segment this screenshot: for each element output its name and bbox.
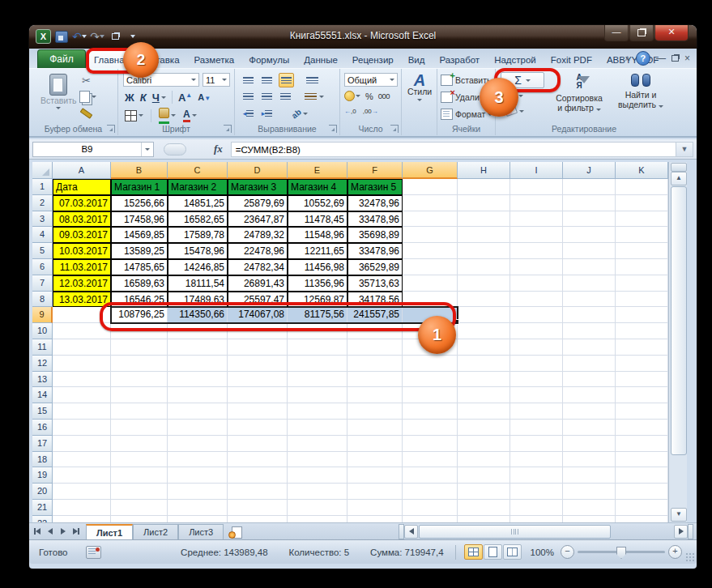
cell-D14[interactable] <box>228 387 288 403</box>
tab-формулы[interactable]: Формулы <box>241 51 296 68</box>
cell-E20[interactable] <box>288 484 347 500</box>
cell-E4[interactable]: 11548,96 <box>288 227 347 243</box>
cell-K2[interactable] <box>616 195 668 211</box>
cell-F22[interactable] <box>347 516 403 522</box>
cell-G19[interactable] <box>403 467 458 484</box>
cell-B16[interactable] <box>111 420 168 436</box>
cell-A12[interactable] <box>53 356 111 372</box>
cell-E5[interactable]: 12211,65 <box>288 243 347 259</box>
italic-button[interactable]: К <box>140 92 147 104</box>
cell-B6[interactable]: 14785,65 <box>111 259 168 275</box>
row-header-21[interactable]: 21 <box>32 500 53 516</box>
currency-format-button[interactable] <box>344 91 360 101</box>
cell-K15[interactable] <box>616 403 668 420</box>
cell-J10[interactable] <box>563 323 616 339</box>
column-header-H[interactable]: H <box>458 162 510 179</box>
cell-D17[interactable] <box>228 436 288 452</box>
cell-H7[interactable] <box>458 275 510 292</box>
cell-K3[interactable] <box>616 211 668 228</box>
cell-K6[interactable] <box>616 259 668 275</box>
row-header-8[interactable]: 8 <box>32 292 53 308</box>
formula-input[interactable]: =СУММ(B2:B8) <box>231 142 676 157</box>
cell-A8[interactable]: 13.03.2017 <box>53 292 111 308</box>
clipboard-dialog-launcher[interactable] <box>107 125 115 133</box>
cell-K13[interactable] <box>616 372 668 388</box>
prev-sheet-button[interactable] <box>45 526 55 537</box>
cell-A6[interactable]: 11.03.2017 <box>53 259 111 275</box>
cell-I13[interactable] <box>510 372 563 388</box>
cell-F2[interactable]: 32478,96 <box>347 195 403 211</box>
cell-E2[interactable]: 10552,69 <box>288 195 347 211</box>
font-size-combo[interactable]: 11 <box>203 73 230 87</box>
column-header-I[interactable]: I <box>510 162 563 179</box>
cell-D22[interactable] <box>228 516 288 522</box>
row-header-14[interactable]: 14 <box>32 387 53 403</box>
window-minimize-button[interactable]: — <box>604 25 629 41</box>
cell-C14[interactable] <box>168 387 228 403</box>
cell-B3[interactable]: 17458,96 <box>111 211 168 228</box>
column-header-K[interactable]: K <box>616 162 668 179</box>
cell-C7[interactable]: 18111,54 <box>168 275 228 292</box>
macro-record-icon[interactable] <box>86 546 101 559</box>
cell-E1[interactable]: Магазин 4 <box>288 179 347 195</box>
cell-I2[interactable] <box>510 195 563 211</box>
cell-C5[interactable]: 15478,96 <box>168 243 228 259</box>
expand-formula-bar-icon[interactable]: ▼ <box>676 142 693 157</box>
cell-J5[interactable] <box>563 243 616 259</box>
row-header-5[interactable]: 5 <box>32 243 53 259</box>
cell-A16[interactable] <box>53 420 111 436</box>
cell-C22[interactable] <box>168 516 228 522</box>
tab-разметка[interactable]: Разметка <box>187 51 242 68</box>
cell-K11[interactable] <box>616 339 668 356</box>
shrink-font-button[interactable]: А▼ <box>198 92 211 102</box>
cell-H6[interactable] <box>458 259 510 275</box>
view-normal-button[interactable] <box>464 544 483 560</box>
cell-H8[interactable] <box>458 292 510 308</box>
cell-J22[interactable] <box>563 516 616 522</box>
cell-A4[interactable]: 09.03.2017 <box>53 227 111 243</box>
row-header-13[interactable]: 13 <box>32 372 53 388</box>
cell-I1[interactable] <box>510 179 563 195</box>
cell-B21[interactable] <box>111 500 168 516</box>
percent-format-button[interactable]: % <box>365 92 373 101</box>
cell-D2[interactable]: 25879,69 <box>228 195 288 211</box>
cell-H11[interactable] <box>458 339 510 356</box>
cell-I5[interactable] <box>510 243 563 259</box>
cell-J21[interactable] <box>563 500 616 516</box>
cell-A13[interactable] <box>53 372 111 388</box>
cell-K4[interactable] <box>616 227 668 243</box>
cell-B20[interactable] <box>111 484 168 500</box>
cell-B22[interactable] <box>111 516 168 522</box>
cell-A22[interactable] <box>53 516 111 522</box>
first-sheet-button[interactable] <box>32 526 42 537</box>
cell-G3[interactable] <box>403 211 458 228</box>
cell-I19[interactable] <box>510 467 563 484</box>
cell-D13[interactable] <box>228 372 288 388</box>
window-maximize-button[interactable] <box>629 25 654 41</box>
zoom-slider-thumb[interactable] <box>616 547 626 559</box>
zoom-slider[interactable] <box>578 551 665 553</box>
cell-I12[interactable] <box>510 356 563 372</box>
cell-I4[interactable] <box>510 227 563 243</box>
cell-I10[interactable] <box>510 323 563 339</box>
cell-C4[interactable]: 17589,78 <box>168 227 228 243</box>
cell-D18[interactable] <box>228 452 288 468</box>
cell-J16[interactable] <box>563 420 616 436</box>
row-header-19[interactable]: 19 <box>32 467 53 484</box>
tab-foxit-pdf[interactable]: Foxit PDF <box>544 51 599 68</box>
align-bottom-icon[interactable] <box>279 73 294 87</box>
cell-B18[interactable] <box>111 452 168 468</box>
cut-icon[interactable]: ✂ <box>79 74 93 87</box>
cell-F19[interactable] <box>347 467 403 484</box>
cell-F13[interactable] <box>347 372 403 388</box>
cell-J12[interactable] <box>563 356 616 372</box>
row-header-7[interactable]: 7 <box>32 275 53 292</box>
cell-K21[interactable] <box>616 500 668 516</box>
number-format-combo[interactable]: Общий <box>344 73 398 87</box>
cell-G5[interactable] <box>403 243 458 259</box>
cell-C2[interactable]: 14851,25 <box>168 195 228 211</box>
row-header-4[interactable]: 4 <box>32 227 53 243</box>
cell-I18[interactable] <box>510 452 563 468</box>
cell-F18[interactable] <box>347 452 403 468</box>
cell-H22[interactable] <box>458 516 510 522</box>
